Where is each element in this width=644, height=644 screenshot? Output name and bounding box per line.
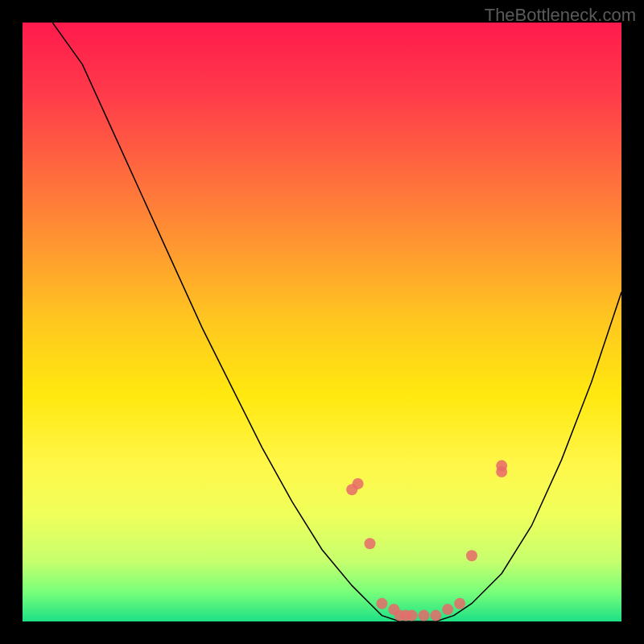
chart-frame: TheBottleneck.com	[0, 0, 644, 644]
bottleneck-curve	[23, 23, 621, 621]
data-point	[454, 598, 465, 609]
data-point	[353, 478, 364, 489]
data-points	[346, 460, 507, 621]
watermark-text: TheBottleneck.com	[485, 5, 636, 26]
data-point	[376, 598, 387, 609]
data-point	[419, 610, 430, 621]
plot-area	[23, 23, 621, 621]
data-point	[466, 550, 477, 561]
data-point	[407, 610, 418, 621]
data-point	[496, 460, 507, 472]
data-point	[442, 604, 453, 615]
data-point	[365, 538, 376, 549]
curve-path	[52, 23, 621, 621]
data-point	[430, 610, 441, 621]
